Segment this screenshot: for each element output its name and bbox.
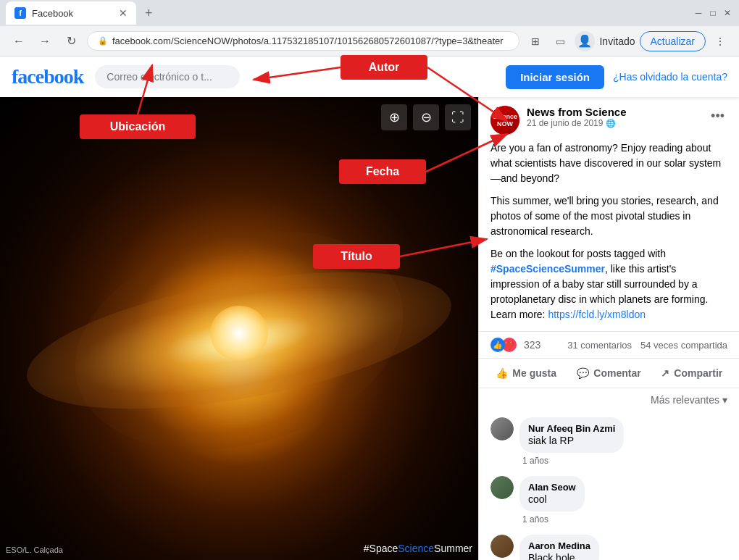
- minimize-button[interactable]: ─: [693, 7, 704, 19]
- photo-watermark: ESO/L. Calçada: [6, 546, 63, 554]
- comment-time-2: 1 años: [519, 514, 727, 525]
- active-tab[interactable]: f Facebook ✕: [6, 1, 136, 25]
- comment-avatar-2: [490, 476, 514, 499]
- comment-content-1: Nur Afeeq Bin Azmi siak la RP 1 años: [519, 417, 727, 466]
- action-bar: 👍 Me gusta 💬 Comentar ↗ Compartir: [479, 358, 739, 388]
- sort-button[interactable]: Más relevantes ▾: [651, 394, 727, 406]
- post-paragraph-1: Are you a fan of astronomy? Enjoy readin…: [490, 141, 727, 186]
- galaxy-photo: [0, 97, 478, 560]
- page-name[interactable]: News from Science: [527, 106, 701, 118]
- comment-author-1: Nur Afeeq Bin Azmi: [528, 423, 615, 434]
- comments-count: 31 comentarios: [567, 340, 632, 351]
- sidebar-button[interactable]: ▭: [550, 31, 570, 51]
- shares-count: 54 veces compartida: [640, 340, 727, 351]
- comment-row: Nur Afeeq Bin Azmi siak la RP 1 años: [490, 417, 727, 466]
- reaction-icons: 👍 ❤️: [490, 338, 517, 352]
- back-button[interactable]: ←: [9, 31, 29, 51]
- post-sidebar: ScienceNOW News from Science 21 de junio…: [478, 97, 739, 560]
- sort-bar: Más relevantes ▾: [479, 388, 739, 411]
- like-reaction-icon: 👍: [490, 338, 505, 352]
- share-label: Compartir: [674, 367, 722, 379]
- tab-close-button[interactable]: ✕: [119, 7, 128, 19]
- forward-button[interactable]: →: [35, 31, 55, 51]
- header-right: Iniciar sesión ¿Has olvidado la cuenta?: [506, 65, 727, 89]
- login-button[interactable]: Iniciar sesión: [506, 65, 604, 89]
- share-icon: ↗: [661, 367, 669, 379]
- hashtag-link[interactable]: #SpaceScienceSummer: [490, 263, 605, 275]
- globe-icon: 🌐: [606, 119, 616, 128]
- comments-section: Nur Afeeq Bin Azmi siak la RP 1 años Ala…: [479, 411, 739, 560]
- fullscreen-button[interactable]: ⛶: [445, 104, 471, 130]
- page-avatar: ScienceNOW: [490, 106, 519, 135]
- comment-text-2: cool: [528, 493, 547, 505]
- galaxy-center: [210, 306, 267, 362]
- facebook-logo[interactable]: facebook: [12, 65, 83, 88]
- alan-avatar: [490, 476, 514, 499]
- refresh-button[interactable]: ↻: [61, 31, 81, 51]
- hashtag-part2: Science: [398, 543, 434, 554]
- avatar-inner: ScienceNOW: [490, 106, 519, 135]
- post-p3-pre: Be on the lookout for posts tagged with: [490, 248, 666, 259]
- nur-avatar: [490, 417, 514, 440]
- browser-actions: ⊞ ▭ 👤 Invitado Actualizar ⋮: [525, 31, 730, 51]
- reaction-count: 323: [524, 339, 540, 351]
- new-tab-button[interactable]: +: [139, 3, 159, 24]
- post-header: ScienceNOW News from Science 21 de junio…: [479, 97, 739, 141]
- share-button[interactable]: ↗ Compartir: [651, 362, 733, 385]
- comment-bubble-2: Alan Seow cool: [519, 476, 585, 511]
- like-icon: 👍: [496, 367, 508, 379]
- post-date: 21 de junio de 2019 🌐: [527, 118, 701, 128]
- comment-icon: 💬: [577, 367, 589, 379]
- aaron-avatar: [490, 535, 514, 558]
- comment-time-1: 1 años: [519, 456, 727, 466]
- post-options-button[interactable]: •••: [708, 106, 727, 127]
- comment-avatar-3: [490, 535, 514, 558]
- post-paragraph-2: This summer, we'll bring you stories, re…: [490, 193, 727, 239]
- reactions-left: 👍 ❤️ 323: [490, 338, 540, 352]
- window-controls: ─ □ ✕: [693, 7, 733, 19]
- zoom-out-button[interactable]: ⊖: [413, 104, 439, 130]
- main-content: ⊕ ⊖ ⛶ ESO/L. Calçada #SpaceScienceSummer: [0, 97, 739, 560]
- galaxy-background: [0, 97, 478, 560]
- profile-label: Invitado: [599, 35, 635, 47]
- comment-avatar-1: [490, 417, 514, 440]
- like-button[interactable]: 👍 Me gusta: [485, 362, 567, 385]
- external-link[interactable]: https://fcld.ly/xm8ldon: [548, 309, 646, 320]
- comment-content-3: Aaron Medina Black hole: [519, 535, 727, 560]
- lock-icon: 🔒: [98, 36, 108, 46]
- sort-label: Más relevantes: [651, 394, 719, 406]
- comment-author-3: Aaron Medina: [528, 540, 590, 551]
- facebook-header: facebook Iniciar sesión ¿Has olvidado la…: [0, 57, 739, 97]
- sort-arrow-icon: ▾: [722, 394, 727, 406]
- photo-hashtag: #SpaceScienceSummer: [364, 543, 472, 554]
- photo-controls: ⊕ ⊖ ⛶: [381, 104, 471, 130]
- post-text: Are you a fan of astronomy? Enjoy readin…: [479, 141, 739, 331]
- hashtag-part3: Summer: [434, 543, 472, 554]
- tab-bar: f Facebook ✕ +: [6, 1, 687, 25]
- comment-content-2: Alan Seow cool 1 años: [519, 476, 727, 525]
- address-bar: ← → ↻ 🔒 facebook.com/ScienceNOW/photos/a…: [0, 26, 739, 57]
- comment-button[interactable]: 💬 Comentar: [567, 362, 650, 385]
- comment-text-3: Black hole: [528, 552, 575, 560]
- url-bar[interactable]: 🔒 facebook.com/ScienceNOW/photos/a.11753…: [87, 31, 519, 51]
- update-button[interactable]: Actualizar: [640, 31, 706, 51]
- photo-viewer: ⊕ ⊖ ⛶ ESO/L. Calçada #SpaceScienceSummer: [0, 97, 478, 560]
- browser-titlebar: f Facebook ✕ + ─ □ ✕: [0, 0, 739, 26]
- comment-row: Aaron Medina Black hole: [490, 535, 727, 560]
- profile-icon: 👤: [575, 31, 595, 51]
- reactions-row: 👍 ❤️ 323 31 comentarios 54 veces compart…: [479, 331, 739, 358]
- forgot-account-link[interactable]: ¿Has olvidado la cuenta?: [613, 71, 727, 83]
- tab-title: Facebook: [32, 8, 73, 19]
- hashtag-part1: #Space: [364, 543, 398, 554]
- post-paragraph-3: Be on the lookout for posts tagged with …: [490, 246, 727, 322]
- comment-author-2: Alan Seow: [528, 482, 576, 493]
- extensions-button[interactable]: ⊞: [525, 31, 546, 51]
- like-label: Me gusta: [512, 367, 556, 379]
- profile-area[interactable]: 👤 Invitado: [575, 31, 635, 51]
- comment-text-1: siak la RP: [528, 435, 574, 446]
- zoom-in-button[interactable]: ⊕: [381, 104, 407, 130]
- close-button[interactable]: ✕: [722, 7, 733, 19]
- search-input[interactable]: [95, 65, 240, 88]
- maximize-button[interactable]: □: [707, 7, 719, 19]
- more-options-button[interactable]: ⋮: [710, 31, 730, 51]
